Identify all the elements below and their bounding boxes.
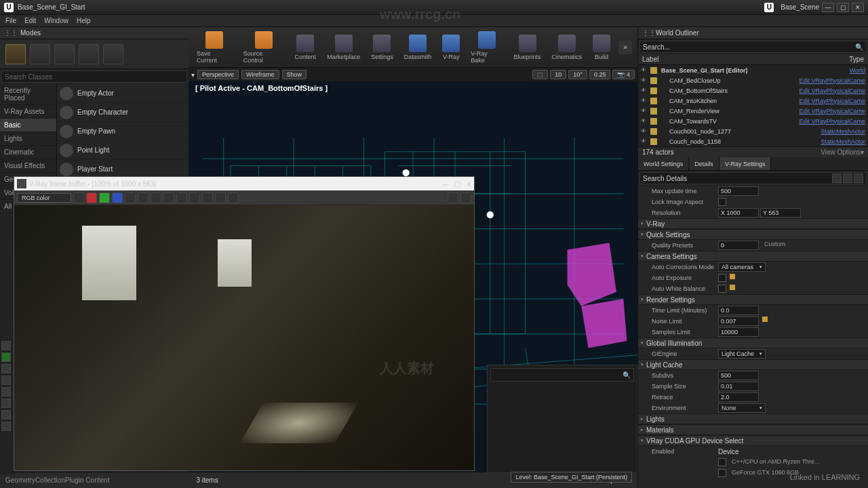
actor-type[interactable]: Edit VRayPhysicalCame — [799, 108, 865, 115]
category-visual-effects[interactable]: Visual Effects — [0, 159, 56, 173]
actor-type[interactable]: Edit VRayPhysicalCame — [799, 98, 865, 104]
number-input[interactable] — [718, 317, 759, 326]
toolbar-build[interactable]: Build — [590, 33, 613, 62]
category-light-cache[interactable]: Light Cache — [638, 359, 868, 370]
tab-world-settings[interactable]: World Settings — [638, 157, 689, 170]
toolbar-blueprints[interactable]: Blueprints — [511, 33, 544, 62]
number-input[interactable] — [718, 241, 759, 250]
region-icon[interactable] — [189, 192, 200, 203]
number-input[interactable] — [718, 306, 759, 315]
outliner-row[interactable]: 👁Couch001_node_1277StaticMeshActor — [638, 126, 868, 136]
geometry-mode-icon[interactable] — [103, 44, 123, 64]
track-icon[interactable] — [202, 192, 213, 203]
toolbar-overflow[interactable]: » — [618, 41, 632, 54]
visibility-icon[interactable]: 👁 — [641, 67, 648, 73]
actor-item[interactable]: Empty Character — [57, 103, 189, 122]
toolbar-source-control[interactable]: Source Control — [241, 30, 287, 65]
paint-mode-icon[interactable] — [30, 44, 50, 64]
number-input[interactable] — [718, 392, 759, 402]
visibility-icon[interactable]: 👁 — [641, 108, 648, 114]
alpha-channel[interactable] — [125, 192, 136, 203]
toolbar-datasmith[interactable]: Datasmith — [401, 33, 435, 62]
outliner-row[interactable]: 👁Base_Scene_GI_Start (Editor)World — [638, 65, 868, 75]
green-channel[interactable] — [99, 192, 110, 203]
reset-icon[interactable] — [730, 274, 735, 279]
actor-type[interactable]: StaticMeshActor — [821, 128, 865, 135]
tab-v-ray-settings[interactable]: V-Ray Settings — [719, 157, 772, 170]
transform-tool[interactable]: ⬚ — [532, 70, 548, 79]
dropdown[interactable]: All cameras — [718, 262, 766, 272]
toolbar-settings[interactable]: Settings — [368, 33, 396, 62]
outliner-row[interactable]: 👁CAM_IntoKitchenEdit VRayPhysicalCame — [638, 96, 868, 106]
category-materials[interactable]: Materials — [638, 424, 868, 435]
category-cinematic[interactable]: Cinematic — [0, 146, 56, 159]
scene-tab[interactable]: Base_Scene — [781, 3, 819, 11]
folder-icon[interactable] — [1, 364, 11, 373]
menu-file[interactable]: File — [5, 17, 16, 24]
category-render-settings[interactable]: Render Settings — [638, 294, 868, 305]
actor-type[interactable]: Edit VRayPhysicalCame — [799, 77, 865, 84]
search-icon[interactable] — [832, 174, 842, 183]
folder-icon[interactable] — [1, 341, 11, 350]
category-vray-cuda-gpu-device-select[interactable]: VRay CUDA GPU Device Select — [638, 435, 868, 446]
folder-icon[interactable] — [1, 422, 11, 431]
menu-help[interactable]: Help — [77, 17, 91, 24]
view-options[interactable]: View Options▾ — [821, 148, 864, 156]
category-global-illumination[interactable]: Global Illumination — [638, 338, 868, 348]
snap-angle[interactable]: 10° — [568, 70, 587, 79]
toolbar-marketplace[interactable]: Marketplace — [324, 33, 363, 62]
outliner-header[interactable]: ⋮⋮ World Outliner — [638, 27, 868, 39]
folder-icon[interactable] — [1, 410, 11, 420]
y-input[interactable] — [760, 208, 801, 218]
blue-channel[interactable] — [112, 192, 123, 203]
category-camera-settings[interactable]: Camera Settings — [638, 251, 868, 262]
category-lights[interactable]: Lights — [0, 132, 56, 146]
category-recently-placed[interactable]: Recently Placed — [0, 84, 56, 105]
dropdown[interactable]: Light Cache — [718, 349, 766, 359]
actor-item[interactable]: Empty Pawn — [57, 122, 189, 141]
breadcrumb[interactable]: GeometryCollectionPlugin Content — [5, 476, 109, 484]
vfb-titlebar[interactable]: V-Ray frame buffer - [100% of 1000 x 563… — [14, 177, 474, 190]
col-label[interactable]: Label — [642, 56, 849, 63]
maximize-button[interactable]: ▢ — [837, 3, 849, 12]
landscape-mode-icon[interactable] — [54, 44, 75, 64]
visibility-icon[interactable]: 👁 — [641, 87, 648, 94]
category-v-ray-assets[interactable]: V-Ray Assets — [0, 105, 56, 119]
category-quick-settings[interactable]: Quick Settings — [638, 229, 868, 240]
toolbar-v-ray-bake[interactable]: V-Ray Bake — [468, 30, 505, 65]
folder-icon[interactable] — [1, 352, 11, 362]
outliner-row[interactable]: 👁CAM_BottomOfStairsEdit VRayPhysicalCame — [638, 85, 868, 96]
actor-type[interactable]: Edit VRayPhysicalCame — [799, 87, 865, 94]
outliner-search[interactable]: Search...🔍 — [639, 41, 867, 53]
viewport-menu-icon[interactable]: ▾ — [191, 71, 195, 79]
category-v-ray[interactable]: V-Ray — [638, 218, 868, 229]
channel-dropdown[interactable]: RGB color — [17, 193, 71, 203]
show-menu[interactable]: Show — [282, 70, 307, 79]
toolbar-cinematics[interactable]: Cinematics — [549, 33, 585, 62]
actor-type[interactable]: StaticMeshActor — [821, 138, 865, 145]
checkbox[interactable] — [718, 469, 726, 477]
visibility-icon[interactable]: 👁 — [641, 98, 648, 104]
compare-icon[interactable] — [460, 192, 471, 203]
red-channel[interactable] — [86, 192, 97, 203]
actor-type[interactable]: Edit VRayPhysicalCame — [799, 118, 865, 125]
visibility-icon[interactable]: 👁 — [641, 77, 648, 83]
snap-scale[interactable]: 0.25 — [589, 70, 611, 79]
reset-icon[interactable] — [730, 285, 735, 290]
toolbar-save-current[interactable]: Save Current — [194, 30, 235, 65]
actor-item[interactable]: Point Light — [57, 141, 189, 160]
number-input[interactable] — [718, 382, 759, 391]
actor-type[interactable]: World — [850, 67, 865, 74]
toolbar-v-ray[interactable]: V-Ray — [439, 33, 462, 62]
number-input[interactable] — [718, 371, 759, 380]
outliner-row[interactable]: 👁CAM_BedCloseUpEdit VRayPhysicalCame — [638, 75, 868, 85]
toolbar-content[interactable]: Content — [292, 33, 319, 62]
search-classes-input[interactable]: Search Classes — [1, 70, 187, 83]
checkbox[interactable] — [718, 274, 726, 282]
x-input[interactable] — [718, 208, 759, 218]
col-type[interactable]: Type — [849, 56, 864, 63]
save-icon[interactable] — [151, 192, 161, 203]
vfb-close[interactable]: ✕ — [466, 180, 471, 188]
folder-icon[interactable] — [1, 387, 11, 396]
folder-icon[interactable] — [1, 399, 11, 408]
